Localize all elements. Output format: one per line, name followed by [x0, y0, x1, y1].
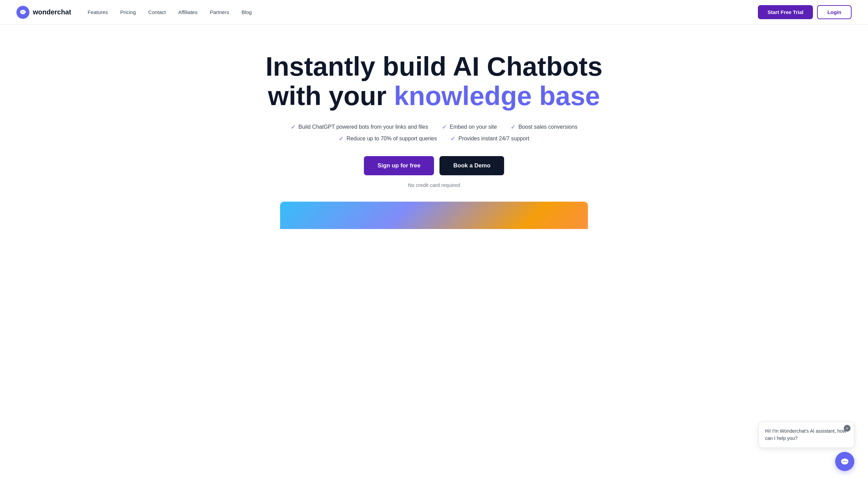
logo-text: wonderchat — [33, 8, 71, 16]
chat-bubble-icon — [19, 9, 27, 16]
nav-item-blog[interactable]: Blog — [241, 9, 252, 15]
check-circle-icon-1: ✓ — [291, 123, 296, 131]
navbar: wonderchat Features Pricing Contact Affi… — [0, 0, 868, 25]
hero-features: ✓ Build ChatGPT powered bots from your l… — [280, 123, 588, 142]
nav-item-features[interactable]: Features — [88, 9, 108, 15]
check-circle-icon-4: ✓ — [339, 135, 344, 142]
feature-item-4: ✓ Reduce up to 70% of support queries — [339, 135, 437, 142]
hero-cta: Sign up for free Book a Demo — [364, 156, 504, 175]
check-circle-icon-3: ✓ — [511, 123, 516, 131]
nav-item-affiliates[interactable]: Affiliates — [178, 9, 197, 15]
feature-item-5: ✓ Provides instant 24/7 support — [450, 135, 529, 142]
nav-item-partners[interactable]: Partners — [210, 9, 229, 15]
preview-image — [280, 202, 588, 229]
login-button[interactable]: Login — [817, 5, 852, 19]
svg-point-1 — [22, 11, 22, 12]
book-demo-button[interactable]: Book a Demo — [439, 156, 504, 175]
feature-item-3: ✓ Boost sales conversions — [511, 123, 578, 131]
check-circle-icon-5: ✓ — [450, 135, 456, 142]
start-trial-button[interactable]: Start Free Trial — [758, 5, 813, 19]
nav-item-pricing[interactable]: Pricing — [120, 9, 136, 15]
svg-point-2 — [23, 11, 23, 12]
hero-title: Instantly build AI Chatbots with your kn… — [265, 52, 602, 111]
wonderchat-logo-icon — [16, 6, 29, 19]
navbar-right: Start Free Trial Login — [758, 5, 852, 19]
check-circle-icon-2: ✓ — [442, 123, 447, 131]
signup-button[interactable]: Sign up for free — [364, 156, 434, 175]
nav-item-contact[interactable]: Contact — [148, 9, 166, 15]
logo-area: wonderchat — [16, 6, 71, 19]
svg-point-3 — [24, 11, 24, 12]
feature-item-1: ✓ Build ChatGPT powered bots from your l… — [291, 123, 428, 131]
nav-links: Features Pricing Contact Affiliates Part… — [88, 9, 252, 15]
feature-item-2: ✓ Embed on your site — [442, 123, 497, 131]
hero-section: Instantly build AI Chatbots with your kn… — [0, 25, 868, 243]
no-credit-text: No credit card required — [408, 182, 460, 188]
navbar-left: wonderchat Features Pricing Contact Affi… — [16, 6, 252, 19]
